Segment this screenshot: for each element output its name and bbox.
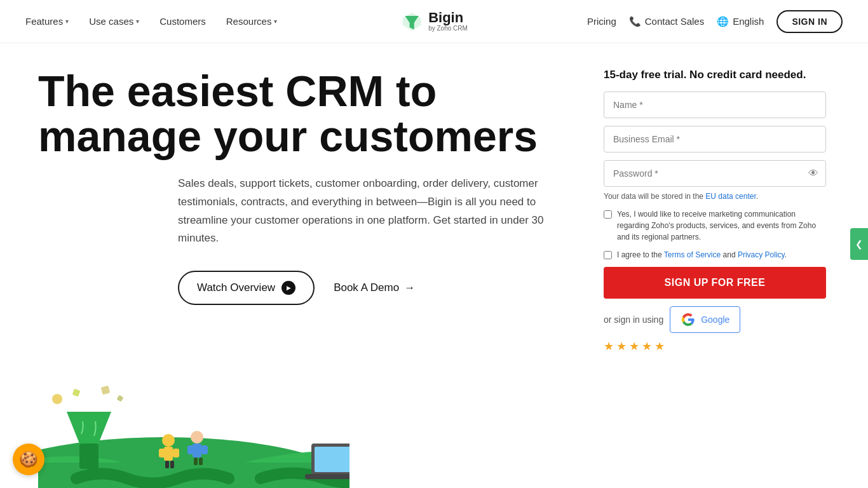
svg-rect-21 [187, 445, 194, 454]
star-5: ★ [654, 339, 665, 353]
hero-subtitle: Sales deals, support tickets, customer o… [178, 175, 572, 248]
nav-customers[interactable]: Customers [159, 16, 206, 27]
svg-rect-8 [79, 444, 98, 469]
password-input[interactable] [604, 160, 826, 187]
svg-rect-12 [117, 395, 124, 402]
svg-rect-14 [164, 447, 173, 461]
name-input[interactable] [604, 92, 826, 118]
svg-rect-18 [170, 461, 174, 468]
google-signin-button[interactable]: Google [670, 306, 740, 333]
logo-text: Bigin by Zoho CRM [428, 11, 468, 32]
svg-rect-22 [201, 445, 208, 454]
watch-overview-button[interactable]: Watch Overview ▶ [178, 271, 315, 305]
hero-title: The easiest CRM to manage your customers [38, 69, 559, 159]
eu-data-center-link[interactable]: EU data center [705, 192, 756, 201]
svg-point-13 [162, 434, 175, 447]
email-input[interactable] [604, 126, 826, 152]
terms-checkbox-row: I agree to the Terms of Service and Priv… [604, 249, 826, 261]
logo[interactable]: Bigin by Zoho CRM [400, 10, 468, 33]
svg-point-19 [191, 431, 203, 444]
chevron-down-icon: ▾ [65, 18, 69, 25]
nav-features[interactable]: Features ▾ [25, 16, 69, 27]
password-wrapper: 👁 [604, 160, 826, 187]
svg-rect-10 [72, 389, 81, 397]
chevron-down-icon: ▾ [274, 18, 277, 25]
hero-section: The easiest CRM to manage your customers… [38, 69, 591, 488]
svg-rect-11 [101, 386, 111, 395]
hero-buttons: Watch Overview ▶ Book A Demo → [178, 271, 591, 305]
sign-in-button[interactable]: SIGN IN [776, 10, 843, 33]
navbar: Features ▾ Use cases ▾ Customers Resourc… [0, 0, 868, 43]
sidebar-toggle[interactable]: ❮ [850, 228, 868, 260]
stars-row: ★ ★ ★ ★ ★ [604, 339, 826, 353]
star-3: ★ [629, 339, 639, 353]
illustration-area: ★★★★★ [38, 361, 349, 488]
logo-icon [400, 10, 423, 33]
cookie-consent[interactable]: 🍪 [13, 444, 44, 475]
book-demo-button[interactable]: Book A Demo → [334, 281, 415, 294]
marketing-checkbox[interactable] [604, 210, 612, 219]
nav-pricing[interactable]: Pricing [587, 16, 616, 27]
or-text: or sign in using [604, 315, 663, 325]
phone-icon: 📞 [629, 16, 641, 27]
svg-rect-23 [194, 458, 198, 465]
or-row: or sign in using Google [604, 306, 826, 333]
star-2: ★ [616, 339, 627, 353]
privacy-link[interactable]: Privacy Policy [738, 250, 785, 259]
svg-rect-16 [173, 449, 179, 458]
svg-rect-15 [159, 449, 165, 458]
terms-checkbox[interactable] [604, 251, 612, 259]
hero-illustration: ★★★★★ [38, 361, 349, 488]
nav-left: Features ▾ Use cases ▾ Customers Resourc… [25, 16, 277, 27]
play-icon: ▶ [281, 281, 295, 295]
svg-rect-26 [315, 447, 349, 472]
trial-text: 15-day free trial. No credit card needed… [604, 69, 826, 81]
arrow-right-icon: → [404, 281, 415, 294]
chevron-down-icon: ▾ [136, 18, 139, 25]
nav-resources[interactable]: Resources ▾ [226, 16, 278, 27]
marketing-label: Yes, I would like to receive marketing c… [617, 208, 826, 243]
terms-label: I agree to the Terms of Service and Priv… [617, 249, 787, 261]
svg-rect-27 [305, 474, 349, 479]
data-notice: Your data will be stored in the EU data … [604, 192, 826, 201]
signup-form-panel: 15-day free trial. No credit card needed… [591, 69, 826, 488]
google-label: Google [701, 315, 729, 325]
svg-marker-7 [67, 412, 111, 444]
nav-contact-sales[interactable]: 📞 Contact Sales [629, 16, 704, 27]
svg-rect-20 [193, 444, 201, 458]
star-4: ★ [642, 339, 652, 353]
globe-icon: 🌐 [717, 16, 729, 27]
svg-rect-17 [165, 461, 169, 468]
svg-rect-24 [199, 458, 203, 465]
main-content: The easiest CRM to manage your customers… [0, 43, 868, 488]
nav-language[interactable]: 🌐 English [717, 16, 764, 27]
marketing-checkbox-row: Yes, I would like to receive marketing c… [604, 208, 826, 243]
nav-use-cases[interactable]: Use cases ▾ [89, 16, 139, 27]
terms-link[interactable]: Terms of Service [664, 250, 721, 259]
nav-right: Pricing 📞 Contact Sales 🌐 English SIGN I… [587, 10, 843, 33]
svg-point-9 [52, 394, 62, 404]
signup-button[interactable]: SIGN UP FOR FREE [604, 267, 826, 299]
eye-icon[interactable]: 👁 [808, 168, 818, 179]
star-1: ★ [604, 339, 614, 353]
google-icon [681, 312, 696, 327]
